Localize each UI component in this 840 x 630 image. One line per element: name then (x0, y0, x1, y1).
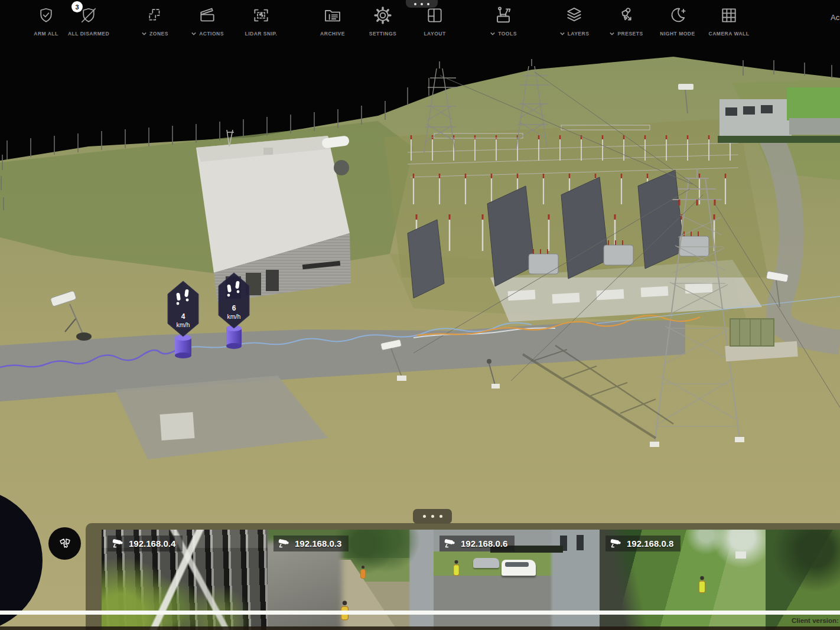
layout-split-icon (425, 6, 444, 27)
zones-button[interactable]: ZONES (126, 5, 183, 37)
presets-button[interactable]: PRESETS (598, 5, 655, 37)
chevron-down-icon (559, 31, 565, 36)
shield-check-icon (37, 6, 55, 27)
tools-button[interactable]: TOOLS (475, 5, 532, 37)
building-doorway (577, 535, 584, 550)
camera-label: 192.168.0.8 (605, 536, 681, 551)
cctv-camera-icon (444, 538, 457, 549)
speed-unit: km/h (227, 313, 241, 320)
zones-polygon-icon (146, 6, 164, 27)
camera-tile-5-partial[interactable] (766, 530, 840, 630)
camera-strip-toggle-button[interactable] (48, 527, 81, 560)
camera-wall-label: CAMERA WALL (709, 31, 750, 37)
warehouse-building (196, 130, 351, 302)
layout-label: LAYOUT (424, 31, 445, 37)
presets-label: PRESETS (609, 31, 643, 37)
camera-strip-drag-handle[interactable] (413, 509, 452, 524)
grid-icon (719, 6, 738, 27)
client-version-label: Client version: (792, 617, 839, 624)
person-hivis (698, 576, 705, 593)
cctv-camera-icon (112, 538, 125, 549)
layers-button[interactable]: LAYERS (546, 5, 603, 37)
parked-car (473, 558, 499, 568)
camera-feed-image (766, 530, 840, 630)
detected-person-2[interactable] (226, 325, 242, 349)
clipped-right-edge-text: Ac (831, 13, 840, 22)
settings-label: SETTINGS (369, 31, 397, 37)
app-window: 4 km/h 6 km/h ARM ALL 3 ALL DISARMED (0, 0, 840, 630)
toolbar-drag-handle[interactable] (406, 0, 438, 8)
lidar-snip-label: LIDAR SNIP. (245, 31, 278, 37)
toolbox-icon (493, 5, 513, 27)
substation (384, 118, 768, 298)
night-mode-button[interactable]: NIGHT MODE (649, 5, 706, 37)
speed-value: 4 (181, 312, 185, 321)
layers-label: LAYERS (559, 31, 590, 37)
window-bottom-edge (0, 626, 840, 630)
arm-all-label: ARM ALL (34, 31, 58, 37)
speed-unit: km/h (177, 321, 190, 328)
camera-preset-icon (617, 6, 636, 27)
zones-label: ZONES (141, 31, 168, 37)
archive-label: ARCHIVE (320, 31, 345, 37)
small-shed (735, 551, 746, 559)
lidar-frame-icon (252, 6, 271, 27)
camera-tile-4[interactable]: 192.168.0.8 (600, 530, 766, 630)
chevron-down-icon (191, 31, 197, 36)
camera-tile-2[interactable]: 192.168.0.3 (268, 530, 434, 630)
tools-label: TOOLS (490, 31, 517, 37)
horizontal-divider-line (0, 611, 840, 615)
disarmed-count-badge: 3 (71, 1, 83, 12)
camera-tile-3[interactable]: 192.168.0.6 (434, 530, 600, 630)
moon-icon (668, 6, 687, 27)
camera-label: 192.168.0.6 (439, 536, 515, 551)
layout-button[interactable]: LAYOUT (406, 5, 463, 37)
camera-wall-button[interactable]: CAMERA WALL (701, 5, 757, 37)
foreground-blur-object (268, 541, 342, 630)
clapperboard-icon (198, 6, 217, 27)
archive-folder-icon (323, 6, 342, 27)
actions-label: ACTIONS (191, 31, 224, 37)
cctv-camera-icon (610, 538, 623, 549)
all-disarmed-label: ALL DISARMED (68, 31, 109, 37)
chevron-down-icon (609, 31, 615, 36)
cctv-camera-icon (278, 538, 291, 549)
actions-button[interactable]: ACTIONS (179, 5, 236, 37)
archive-button[interactable]: ARCHIVE (304, 5, 361, 37)
gear-icon (373, 6, 392, 27)
camera-label: 192.168.0.4 (108, 536, 183, 551)
layers-stack-icon (564, 5, 584, 27)
all-disarmed-button[interactable]: 3 ALL DISARMED (60, 5, 117, 37)
camera-label: 192.168.0.3 (274, 536, 349, 551)
settings-button[interactable]: SETTINGS (354, 5, 411, 37)
shield-slash-icon (80, 6, 97, 27)
chevron-down-icon (490, 31, 496, 36)
speed-value: 6 (232, 304, 236, 312)
camera-tile-1[interactable]: 192.168.0.4 (102, 530, 268, 630)
white-van (502, 560, 536, 576)
lidar-snip-button[interactable]: LIDAR SNIP. (233, 5, 289, 37)
chevron-down-icon (141, 31, 147, 36)
person-hivis (360, 566, 366, 579)
night-mode-label: NIGHT MODE (660, 31, 695, 37)
person-hivis (453, 560, 460, 576)
detected-person-1[interactable] (175, 335, 191, 358)
multi-view-hand-icon (56, 535, 74, 553)
